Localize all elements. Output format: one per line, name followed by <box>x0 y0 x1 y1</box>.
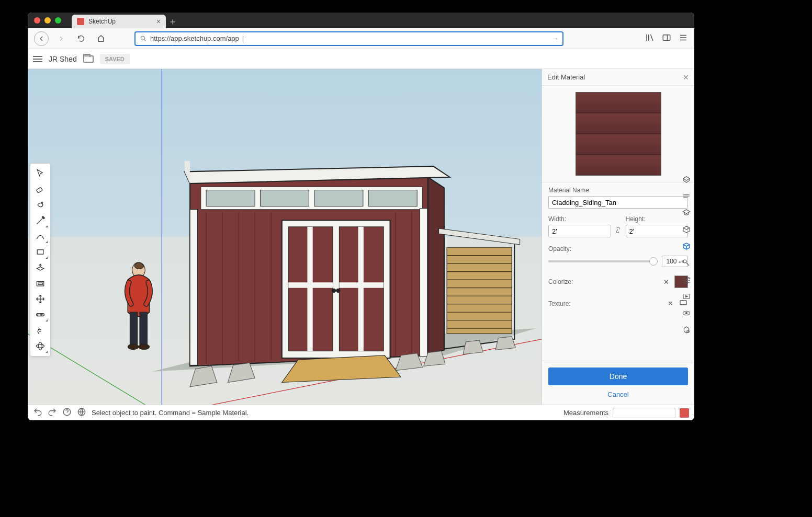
material-preview <box>542 86 694 182</box>
styles-icon[interactable] <box>681 257 692 269</box>
opacity-slider[interactable] <box>548 260 658 262</box>
viewport-3d[interactable] <box>28 69 542 405</box>
select-tool[interactable] <box>32 166 49 181</box>
window-controls <box>28 17 61 24</box>
colorize-label: Colorize: <box>548 278 573 285</box>
geo-icon[interactable] <box>77 407 86 418</box>
arc-tool[interactable] <box>32 228 49 244</box>
svg-rect-13 <box>314 190 363 206</box>
shape-tool[interactable] <box>32 244 49 260</box>
svg-marker-46 <box>439 228 520 245</box>
new-tab-button[interactable]: ＋ <box>166 15 179 28</box>
svg-point-70 <box>686 313 687 314</box>
svg-rect-62 <box>38 283 42 284</box>
height-label: Height: <box>626 215 646 223</box>
line-tool[interactable] <box>32 213 49 228</box>
back-button[interactable] <box>34 31 49 46</box>
panel-title: Edit Material <box>547 73 585 81</box>
svg-marker-51 <box>463 340 483 354</box>
done-button[interactable]: Done <box>548 367 688 385</box>
close-panel-icon[interactable]: ✕ <box>683 73 689 82</box>
width-input[interactable] <box>548 225 611 237</box>
sidebar-icon[interactable] <box>662 33 671 44</box>
sketchup-logo-icon <box>680 408 689 418</box>
entity-info-icon[interactable] <box>681 174 692 185</box>
svg-rect-54 <box>130 312 137 344</box>
svg-point-32 <box>336 289 340 293</box>
material-swatch[interactable] <box>576 92 661 176</box>
svg-point-67 <box>683 260 686 263</box>
components-icon[interactable] <box>681 224 692 235</box>
window-titlebar: SketchUp × ＋ <box>28 13 694 28</box>
app-header: JR Shed SAVED <box>28 49 694 69</box>
paint-bucket-tool[interactable] <box>32 197 49 213</box>
svg-rect-14 <box>368 190 417 206</box>
address-bar[interactable]: https://app.sketchup.com/app| → <box>134 31 563 46</box>
pushpull-tool[interactable] <box>32 260 49 275</box>
browser-window: SketchUp × ＋ https://app.sketchup.com/ap… <box>28 13 694 420</box>
forward-button[interactable] <box>54 31 69 46</box>
svg-point-31 <box>332 289 336 293</box>
help-icon[interactable] <box>62 407 72 418</box>
svg-point-65 <box>39 342 42 350</box>
svg-marker-47 <box>190 366 217 387</box>
offset-tool[interactable] <box>32 275 49 291</box>
svg-marker-33 <box>282 355 401 383</box>
opacity-label: Opacity: <box>548 245 571 252</box>
tape-tool[interactable] <box>32 307 49 323</box>
main-menu-button[interactable] <box>33 56 42 62</box>
display-icon[interactable] <box>681 307 692 319</box>
tab-strip: SketchUp × ＋ <box>72 13 179 28</box>
url-text: https://app.sketchup.com/app <box>150 35 239 42</box>
svg-rect-1 <box>663 35 670 40</box>
scenes-icon[interactable] <box>681 291 692 302</box>
browser-tab[interactable]: SketchUp × <box>72 15 166 28</box>
menu-icon[interactable] <box>679 33 688 44</box>
cancel-button[interactable]: Cancel <box>548 390 688 398</box>
learn-icon[interactable] <box>681 207 692 219</box>
browser-toolbar: https://app.sketchup.com/app| → <box>28 28 694 49</box>
go-arrow-icon[interactable]: → <box>551 35 558 42</box>
settings-icon[interactable] <box>681 324 692 336</box>
move-tool[interactable] <box>32 291 49 307</box>
texture-reset-icon[interactable]: ✕ <box>668 300 673 307</box>
instructor-icon[interactable] <box>681 190 692 202</box>
svg-marker-9 <box>185 161 190 183</box>
redo-icon[interactable] <box>48 407 57 418</box>
minimize-window-button[interactable] <box>44 17 51 24</box>
close-window-button[interactable] <box>34 17 40 24</box>
open-file-icon[interactable] <box>83 55 94 63</box>
svg-rect-22 <box>190 210 197 365</box>
svg-point-64 <box>37 344 44 348</box>
colorize-reset-icon[interactable]: ✕ <box>663 278 669 286</box>
scene-drawing <box>28 69 542 405</box>
status-hint: Select object to paint. Command = Sample… <box>92 409 249 417</box>
walk-tool[interactable] <box>32 323 49 338</box>
materials-icon[interactable] <box>681 240 692 252</box>
sketchup-favicon <box>77 18 84 25</box>
undo-icon[interactable] <box>33 407 42 418</box>
browser-right-controls <box>645 33 688 44</box>
svg-point-56 <box>128 344 139 349</box>
close-tab-icon[interactable]: × <box>156 17 161 26</box>
layers-icon[interactable] <box>681 274 692 285</box>
zoom-window-button[interactable] <box>55 17 61 24</box>
home-button[interactable] <box>94 31 108 46</box>
edit-material-panel: Edit Material ✕ Material Name: Width: <box>542 69 694 405</box>
link-aspect-icon[interactable] <box>614 226 623 237</box>
width-label: Width: <box>548 215 566 223</box>
svg-rect-60 <box>37 250 43 254</box>
svg-rect-12 <box>260 190 309 206</box>
reload-button[interactable] <box>74 31 88 46</box>
measurements-input[interactable] <box>613 408 675 418</box>
orbit-tool[interactable] <box>32 338 49 354</box>
eraser-tool[interactable] <box>32 181 49 197</box>
material-name-input[interactable] <box>548 196 688 209</box>
library-icon[interactable] <box>645 33 655 44</box>
material-name-label: Material Name: <box>548 187 688 194</box>
search-icon <box>140 35 147 42</box>
svg-point-57 <box>139 344 150 349</box>
panel-header: Edit Material ✕ <box>542 69 694 86</box>
file-name: JR Shed <box>49 55 77 63</box>
svg-point-0 <box>141 36 144 40</box>
